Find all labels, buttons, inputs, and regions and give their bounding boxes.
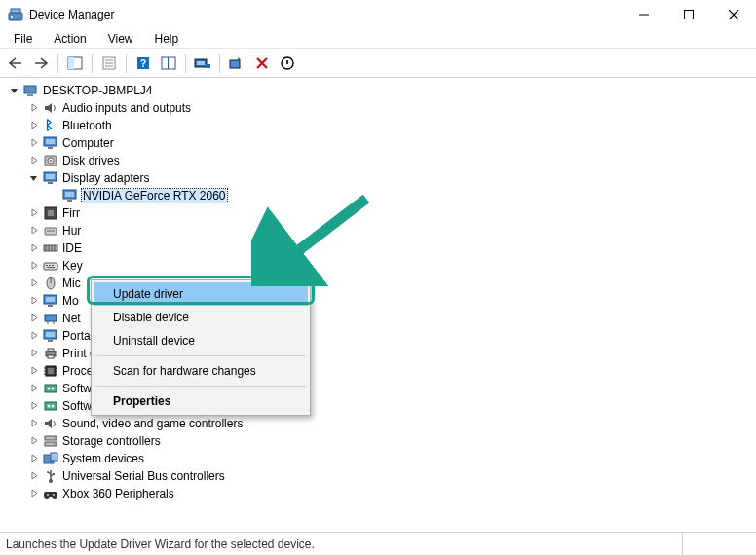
menu-action[interactable]: Action (46, 30, 94, 48)
chevron-right-icon[interactable] (27, 452, 41, 465)
svg-text:?: ? (140, 58, 146, 69)
svg-rect-31 (46, 174, 55, 179)
tree-node-label: Storage controllers (62, 434, 161, 448)
monitor-icon (43, 170, 58, 186)
tree-node[interactable]: Key (6, 257, 756, 275)
menubar: File Action View Help (0, 29, 756, 49)
menu-help[interactable]: Help (147, 30, 187, 48)
toolbar-separator (126, 54, 127, 73)
chevron-right-icon[interactable] (27, 224, 41, 238)
monitor-icon (43, 328, 58, 344)
back-button[interactable] (4, 52, 27, 75)
chevron-right-icon[interactable] (27, 382, 41, 395)
tree-node[interactable]: Bluetooth (6, 117, 756, 134)
tree-node[interactable]: Xbox 360 Peripherals (6, 485, 756, 502)
disk-icon (43, 153, 58, 168)
chevron-right-icon[interactable] (27, 399, 41, 413)
svg-rect-35 (67, 200, 72, 202)
toolbar-button[interactable] (157, 52, 180, 75)
tree-node-label: NVIDIA GeForce RTX 2060 (82, 189, 227, 203)
chevron-right-icon[interactable] (27, 294, 41, 308)
svg-rect-1 (11, 9, 20, 13)
computer-icon (23, 83, 39, 98)
svg-rect-19 (206, 64, 210, 68)
forward-button[interactable] (29, 52, 53, 75)
svg-rect-62 (48, 349, 54, 352)
minimize-button[interactable] (622, 0, 666, 29)
svg-rect-60 (48, 340, 53, 342)
chevron-right-icon[interactable] (27, 101, 41, 115)
update-driver-button[interactable] (191, 52, 214, 75)
tree-node[interactable]: Firr (6, 204, 756, 222)
context-menu-item[interactable]: Properties (94, 389, 308, 413)
svg-point-76 (48, 405, 51, 408)
chevron-right-icon[interactable] (27, 312, 41, 325)
chevron-right-icon[interactable] (27, 119, 41, 132)
tree-node[interactable]: System devices (6, 450, 756, 467)
uninstall-button[interactable] (250, 52, 274, 75)
context-menu-item[interactable]: Uninstall device (94, 329, 308, 352)
scan-hardware-button[interactable] (225, 52, 248, 75)
tree-node[interactable]: Hur (6, 222, 756, 240)
chevron-right-icon[interactable] (27, 417, 41, 430)
svg-rect-26 (48, 147, 53, 149)
disable-button[interactable] (276, 52, 299, 75)
chevron-down-icon[interactable] (8, 84, 21, 97)
chevron-right-icon[interactable] (27, 154, 41, 167)
svg-rect-83 (51, 453, 57, 461)
chevron-right-icon[interactable] (27, 487, 41, 500)
menu-file[interactable]: File (6, 30, 40, 48)
svg-rect-54 (48, 305, 53, 307)
toolbar-separator (185, 54, 186, 73)
tree-node[interactable]: Display adapters (6, 169, 756, 187)
chevron-right-icon[interactable] (27, 469, 41, 483)
tree-node[interactable]: Disk drives (6, 152, 756, 169)
svg-rect-22 (24, 86, 36, 93)
properties-button[interactable] (97, 52, 121, 75)
window: Device Manager File Action View Help ? D… (0, 0, 756, 555)
tree-root[interactable]: DESKTOP-JBMPLJ4 (6, 82, 756, 99)
svg-rect-32 (48, 182, 53, 184)
chevron-right-icon[interactable] (27, 241, 41, 255)
chevron-right-icon[interactable] (27, 347, 41, 360)
chevron-right-icon[interactable] (27, 329, 41, 343)
context-menu-item[interactable]: Disable device (94, 306, 308, 329)
maximize-button[interactable] (666, 0, 711, 29)
context-menu-item[interactable]: Scan for hardware changes (94, 359, 308, 383)
svg-rect-37 (48, 210, 54, 216)
help-button[interactable]: ? (132, 52, 155, 75)
chevron-down-icon[interactable] (27, 171, 41, 185)
context-menu-item[interactable]: Update driver (94, 282, 308, 306)
tree-node[interactable]: Universal Serial Bus controllers (6, 467, 756, 485)
tree-node-label: Display adapters (62, 171, 149, 185)
close-button[interactable] (711, 0, 756, 29)
svg-point-81 (54, 443, 56, 445)
chevron-right-icon[interactable] (27, 206, 41, 220)
tree-node[interactable]: Storage controllers (6, 432, 756, 450)
svg-rect-16 (168, 57, 169, 69)
tree-node[interactable]: IDE (6, 240, 756, 257)
tree-node-label: System devices (62, 452, 144, 465)
show-hide-console-tree-button[interactable] (63, 52, 87, 75)
svg-rect-59 (46, 332, 55, 337)
chevron-right-icon[interactable] (27, 259, 41, 273)
menu-view[interactable]: View (100, 30, 141, 48)
svg-rect-47 (49, 265, 51, 266)
chevron-right-icon[interactable] (27, 277, 41, 290)
tree-node[interactable]: Sound, video and game controllers (6, 415, 756, 432)
svg-rect-8 (68, 57, 74, 69)
chevron-right-icon[interactable] (27, 364, 41, 378)
tree-node-label: Audio inputs and outputs (62, 101, 191, 115)
tree-node[interactable]: Computer (6, 134, 756, 152)
component-icon (43, 398, 58, 414)
chevron-right-icon[interactable] (27, 434, 41, 448)
svg-point-88 (53, 494, 55, 496)
chevron-right-icon[interactable] (27, 136, 41, 150)
tree-node-child[interactable]: NVIDIA GeForce RTX 2060 (6, 187, 756, 204)
monitor-icon (62, 188, 78, 204)
cpu-icon (43, 363, 58, 379)
svg-point-74 (52, 388, 55, 390)
context-menu-separator (95, 386, 306, 387)
storage-icon (43, 433, 58, 449)
tree-node[interactable]: Audio inputs and outputs (6, 99, 756, 117)
